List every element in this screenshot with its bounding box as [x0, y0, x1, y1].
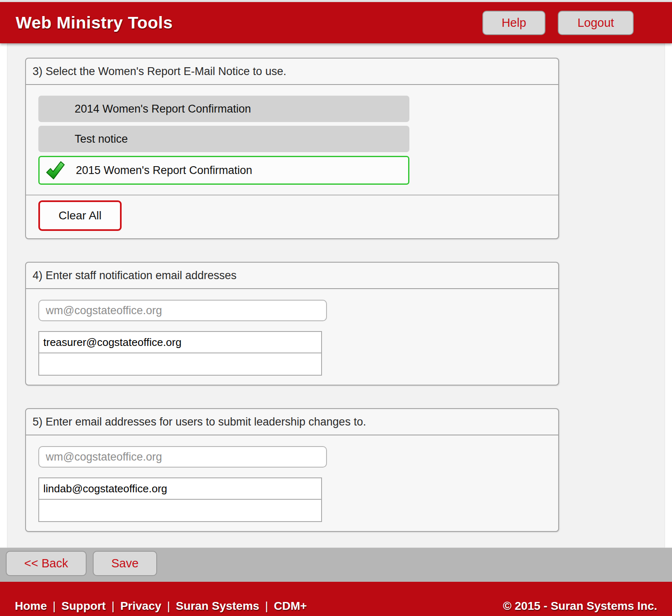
- staff-email-row[interactable]: treasurer@cogstateoffice.org: [39, 332, 321, 353]
- notice-section-heading: 3) Select the Women's Report E-Mail Noti…: [26, 59, 558, 85]
- staff-email-list: treasurer@cogstateoffice.org: [38, 331, 322, 376]
- save-button[interactable]: Save: [93, 551, 157, 576]
- notice-option-test[interactable]: Test notice: [38, 126, 409, 152]
- notice-select-section: 3) Select the Women's Report E-Mail Noti…: [25, 58, 559, 239]
- leadership-email-section: 5) Enter email addresses for users to su…: [25, 408, 559, 532]
- footer-link-privacy[interactable]: Privacy: [120, 600, 162, 613]
- footer-separator: |: [111, 600, 114, 613]
- clear-all-button[interactable]: Clear All: [38, 200, 122, 231]
- footer-link-home[interactable]: Home: [15, 600, 47, 613]
- notice-option-label: 2015 Women's Report Confirmation: [76, 164, 252, 177]
- app-title: Web Ministry Tools: [16, 13, 173, 33]
- notice-option-2014[interactable]: 2014 Women's Report Confirmation: [38, 96, 409, 122]
- leadership-email-row-empty[interactable]: [39, 500, 321, 521]
- leadership-email-body: lindab@cogstateoffice.org: [26, 435, 558, 531]
- leadership-email-row[interactable]: lindab@cogstateoffice.org: [39, 478, 321, 500]
- notice-section-footer: Clear All: [26, 195, 558, 238]
- leadership-email-list: lindab@cogstateoffice.org: [38, 477, 322, 522]
- footer-link-suran-systems[interactable]: Suran Systems: [176, 600, 259, 613]
- staff-section-heading: 4) Enter staff notification email addres…: [26, 263, 558, 289]
- app-footer: Home | Support | Privacy | Suran Systems…: [0, 582, 672, 616]
- back-button[interactable]: << Back: [6, 551, 87, 576]
- footer-separator: |: [53, 600, 56, 613]
- action-bar: << Back Save: [0, 548, 672, 582]
- leadership-email-input[interactable]: [38, 446, 327, 468]
- main-content: 3) Select the Women's Report E-Mail Noti…: [7, 43, 665, 548]
- header-buttons: Help Logout: [482, 11, 634, 35]
- footer-links: Home | Support | Privacy | Suran Systems…: [15, 600, 307, 613]
- footer-link-support[interactable]: Support: [61, 600, 106, 613]
- notice-option-2015-selected[interactable]: 2015 Women's Report Confirmation: [38, 156, 409, 185]
- notice-option-label: 2014 Women's Report Confirmation: [75, 103, 251, 115]
- notice-options-list: 2014 Women's Report Confirmation Test no…: [26, 85, 558, 185]
- check-icon: [45, 161, 66, 180]
- help-button[interactable]: Help: [482, 11, 545, 35]
- app-header: Web Ministry Tools Help Logout: [0, 2, 672, 43]
- staff-email-body: treasurer@cogstateoffice.org: [26, 289, 558, 385]
- footer-link-cdm-plus[interactable]: CDM+: [274, 600, 307, 613]
- footer-separator: |: [265, 600, 268, 613]
- notice-option-label: Test notice: [75, 133, 128, 146]
- footer-separator: |: [167, 600, 170, 613]
- staff-email-input[interactable]: [38, 300, 327, 321]
- copyright-text: © 2015 - Suran Systems Inc.: [503, 600, 657, 613]
- logout-button[interactable]: Logout: [558, 11, 634, 35]
- staff-email-section: 4) Enter staff notification email addres…: [25, 262, 559, 386]
- staff-email-row-empty[interactable]: [39, 353, 321, 375]
- leadership-section-heading: 5) Enter email addresses for users to su…: [26, 409, 558, 435]
